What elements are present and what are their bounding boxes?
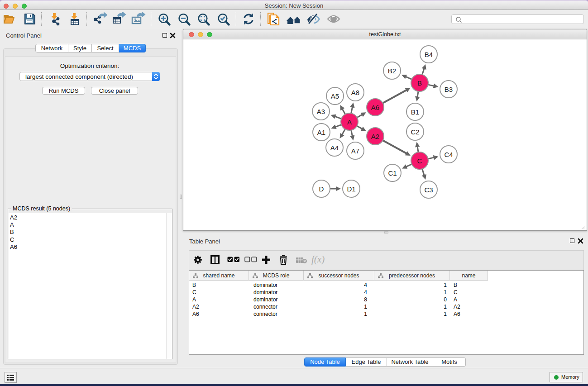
svg-text:C3: C3 [424,186,433,194]
svg-text:A8: A8 [351,89,359,96]
svg-text:A1: A1 [317,129,325,136]
svg-text:A5: A5 [331,92,339,100]
svg-text:D1: D1 [347,185,355,193]
svg-text:C: C [417,157,422,165]
svg-text:A: A [347,118,352,126]
svg-text:C2: C2 [411,128,419,136]
svg-text:B2: B2 [388,67,396,75]
svg-text:A4: A4 [330,144,339,152]
svg-text:B1: B1 [411,108,419,116]
svg-text:B3: B3 [445,86,453,93]
svg-text:B: B [417,79,422,87]
svg-text:C1: C1 [388,169,397,177]
svg-text:A6: A6 [371,104,379,111]
svg-text:A3: A3 [317,108,325,115]
svg-text:D: D [319,185,324,193]
svg-text:B4: B4 [425,51,433,58]
svg-text:C4: C4 [444,151,453,158]
svg-text:A2: A2 [371,133,379,140]
svg-text:A7: A7 [351,147,359,155]
